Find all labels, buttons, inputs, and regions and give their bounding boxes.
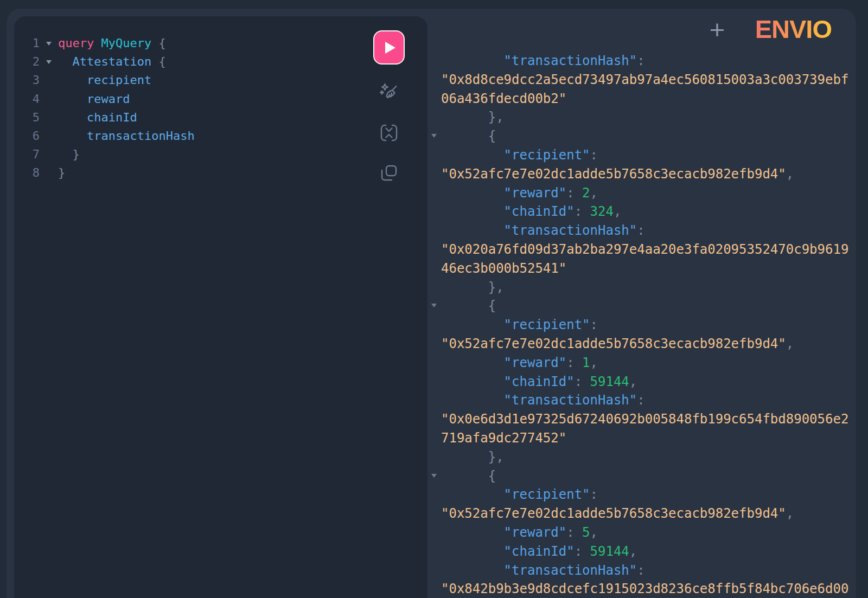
editor-code-line[interactable]: 5 chainId — [14, 108, 381, 127]
response-row: "0x0e6d3d1e97325d67240692b005848fb199c65… — [441, 410, 853, 429]
response-row: "chainId": 59144, — [441, 542, 853, 561]
code-text: transactionHash — [58, 127, 195, 145]
code-token: , — [614, 204, 621, 219]
code-text: query MyQuery { — [58, 34, 166, 53]
line-number: 8 — [14, 164, 40, 182]
editor-code-line[interactable]: 6 transactionHash — [14, 127, 381, 145]
editor-code-line[interactable]: 7 } — [14, 145, 381, 164]
code-token — [441, 393, 504, 408]
code-token: : — [590, 147, 598, 163]
prettify-button[interactable] — [376, 81, 401, 104]
code-token: "recipient" — [504, 147, 590, 163]
code-token: 1 — [582, 355, 590, 370]
response-row: "0x8d8ce9dcc2a5ecd73497ab97a4ec560815003… — [441, 70, 853, 89]
code-token: } — [58, 166, 65, 179]
response-viewer: "transactionHash":"0x8d8ce9dcc2a5ecd7349… — [441, 52, 853, 598]
fold-arrow-icon[interactable] — [46, 42, 52, 46]
code-token — [441, 204, 504, 219]
code-token: { — [158, 55, 165, 68]
code-token: 59144 — [590, 544, 629, 559]
code-token — [441, 128, 488, 144]
fold-arrow-icon[interactable] — [46, 60, 52, 64]
response-row: { — [441, 127, 853, 146]
code-token: : — [575, 204, 590, 219]
code-token: "0x0e6d3d1e97325d67240692b005848fb199c65… — [441, 411, 848, 427]
editor-code-line[interactable]: 1query MyQuery { — [14, 34, 381, 53]
copy-icon — [378, 162, 400, 184]
code-token: : — [637, 563, 644, 578]
fold-arrow-icon[interactable] — [431, 474, 437, 478]
gutter-fold-slot — [40, 71, 58, 89]
line-number: 3 — [14, 71, 40, 89]
code-token — [151, 36, 158, 50]
code-token: "transactionHash" — [504, 563, 637, 578]
code-token: , — [590, 185, 598, 201]
merge-icon — [378, 122, 400, 144]
fold-arrow-icon[interactable] — [431, 304, 437, 307]
code-token: chainId — [87, 111, 137, 124]
response-row: { — [441, 467, 853, 486]
code-token: "recipient" — [504, 317, 590, 332]
merge-fragments-button[interactable] — [376, 121, 401, 144]
gutter-fold-slot — [40, 53, 58, 71]
code-token — [441, 280, 488, 295]
prettify-icon — [378, 82, 400, 104]
code-token: 06a436fdecd00b2" — [441, 91, 566, 106]
code-token: } — [73, 147, 80, 161]
response-row: "0x842b9b3e9d8cdcefc1915023d8236ce8ffb5f… — [441, 580, 853, 598]
response-row: "recipient": — [441, 146, 853, 165]
play-icon — [385, 42, 395, 54]
code-token: "chainId" — [504, 374, 575, 389]
code-token: : — [575, 544, 590, 559]
code-token: { — [488, 128, 496, 144]
response-row: "transactionHash": — [441, 561, 853, 580]
code-token — [441, 374, 504, 389]
code-token: reward — [87, 92, 130, 106]
line-number: 6 — [14, 127, 40, 145]
response-row: "chainId": 59144, — [441, 372, 853, 391]
code-token: recipient — [87, 73, 151, 87]
code-token: , — [786, 506, 794, 521]
response-row: { — [441, 297, 853, 316]
execute-query-button[interactable] — [373, 30, 405, 65]
copy-query-button[interactable] — [376, 162, 401, 184]
response-row: 46ec3b000b52541" — [441, 259, 853, 278]
code-token: "reward" — [504, 525, 567, 540]
code-token: { — [488, 468, 496, 484]
code-token — [58, 92, 87, 106]
line-number: 7 — [14, 145, 40, 164]
code-token: 46ec3b000b52541" — [441, 261, 566, 276]
code-token — [441, 223, 504, 238]
gutter-fold-slot — [40, 127, 58, 145]
code-text: Attestation { — [58, 53, 166, 71]
editor-code-line[interactable]: 4 reward — [14, 90, 381, 108]
response-row: "transactionHash": — [441, 52, 853, 70]
editor-code-line[interactable]: 8} — [14, 164, 381, 182]
code-token — [58, 147, 73, 161]
gutter-fold-slot — [40, 34, 58, 53]
code-token: "reward" — [504, 185, 567, 201]
code-token: : — [637, 393, 644, 408]
code-token: Attestation — [73, 55, 152, 68]
code-token — [441, 544, 504, 559]
code-token: 59144 — [590, 374, 629, 389]
editor-code-line[interactable]: 2 Attestation { — [14, 53, 381, 71]
query-editor[interactable]: 1query MyQuery {2 Attestation {3 recipie… — [14, 34, 381, 183]
code-text: reward — [58, 90, 130, 108]
fold-arrow-icon[interactable] — [431, 134, 437, 138]
gutter-fold-slot — [40, 164, 58, 182]
code-token: : — [575, 374, 590, 389]
response-row: "0x52afc7e7e02dc1adde5b7658c3ecacb982efb… — [441, 165, 853, 184]
editor-toolbar — [371, 30, 407, 202]
code-token — [441, 53, 504, 68]
code-text: recipient — [58, 71, 151, 89]
code-token: : — [637, 223, 644, 238]
code-token — [58, 55, 73, 68]
editor-code-line[interactable]: 3 recipient — [14, 71, 381, 89]
code-token: }, — [488, 110, 504, 125]
code-token: MyQuery — [101, 36, 151, 50]
add-tab-button[interactable]: + — [709, 17, 726, 41]
code-token: : — [590, 317, 598, 332]
code-token: , — [629, 544, 637, 559]
code-token — [94, 36, 101, 50]
